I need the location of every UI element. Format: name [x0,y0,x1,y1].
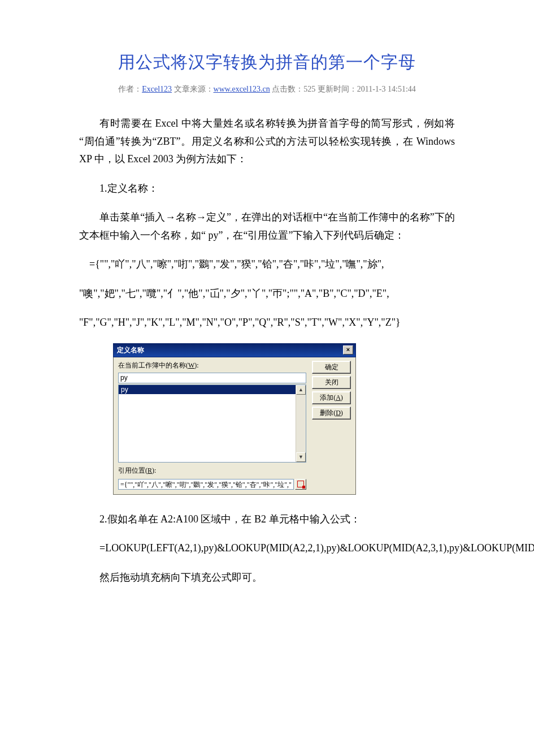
article-title: 用公式将汉字转换为拼音的第一个字母 [79,51,455,74]
update-value: 2011-1-3 14:51:44 [357,85,416,93]
names-in-workbook-label: 在当前工作簿中的名称(W): [118,361,306,370]
ok-button[interactable]: 确定 [312,361,351,374]
define-name-dialog-screenshot: 定义名称 × 在当前工作簿中的名称(W): py [113,343,455,495]
list-item-selected[interactable]: py [119,385,296,394]
add-button[interactable]: 添加(A) [312,391,351,404]
ref-label-prefix: 引用位置( [118,466,147,474]
author-label: 作者： [118,85,142,93]
step2-formula: =LOOKUP(LEFT(A2,1),py)&LOOKUP(MID(A2,2,1… [79,539,455,558]
hits-label: 点击数： [270,85,304,93]
update-label: 更新时间： [315,85,357,93]
define-name-dialog: 定义名称 × 在当前工作簿中的名称(W): py [113,343,356,495]
refers-to-label: 引用位置(R): [118,466,306,476]
dialog-body: 在当前工作簿中的名称(W): py ▲ ▼ [113,357,356,495]
step1-heading: 1.定义名称： [79,180,455,198]
add-btn-accelerator: A [336,394,341,401]
intro-paragraph: 有时需要在 Excel 中将大量姓名或名称转换为拼音首字母的简写形式，例如将“周… [79,115,455,169]
source-label: 文章来源： [172,85,214,93]
step1-body: 单击菜单“插入→名称→定义”，在弹出的对话框中“在当前工作簿中的名称”下的文本框… [79,209,455,244]
step2-heading: 2.假如名单在 A2:A100 区域中，在 B2 单元格中输入公式： [79,511,455,529]
document-page: 用公式将汉字转换为拼音的第一个字母 作者：Excel123 文章来源：www.e… [0,0,534,756]
close-icon[interactable]: × [343,345,353,355]
source-link[interactable]: www.excel123.cn [214,85,270,93]
range-picker-button[interactable] [295,479,306,490]
names-listbox-inner: py [119,385,296,462]
names-listbox[interactable]: py ▲ ▼ [118,385,306,463]
dialog-titlebar: 定义名称 × [113,343,356,357]
article-meta: 作者：Excel123 文章来源：www.excel123.cn 点击数：525… [79,84,455,94]
name-input[interactable] [118,373,306,383]
hits-value: 525 [303,85,315,93]
del-btn-accelerator: D [336,409,341,417]
names-label-suffix: ): [194,361,198,369]
code-line-1: ={"","吖","八","嚓","咑","鵽","发","猤","铪","夻"… [79,256,455,274]
del-btn-prefix: 删除( [320,409,336,417]
names-label-accelerator: W [188,361,194,369]
names-label-prefix: 在当前工作簿中的名称( [118,361,188,369]
dialog-title-text: 定义名称 [117,345,144,355]
code-line-3: "F","G","H","J","K","L","M","N","O","P",… [79,314,455,332]
ref-label-accelerator: R [147,466,152,474]
delete-button[interactable]: 删除(D) [312,407,351,420]
range-picker-icon [297,481,304,487]
add-btn-prefix: 添加( [320,394,336,401]
del-btn-suffix: ) [341,409,343,417]
scroll-up-icon[interactable]: ▲ [296,385,306,395]
close-button[interactable]: 关闭 [312,376,351,389]
refers-to-input[interactable]: ={"","吖","八","嚓","咑","鵽","发","猤","铪","夻"… [118,479,294,490]
code-line-2: "噢","妑","七","囕","亻","他","屲","夕","丫","帀";… [79,285,455,303]
add-btn-suffix: ) [341,394,343,401]
ref-label-suffix: ): [152,466,156,474]
author-link[interactable]: Excel123 [142,85,172,93]
listbox-scrollbar[interactable]: ▲ ▼ [296,385,306,462]
step2-tail: 然后拖动填充柄向下填充公式即可。 [79,569,455,587]
scroll-down-icon[interactable]: ▼ [296,452,306,462]
